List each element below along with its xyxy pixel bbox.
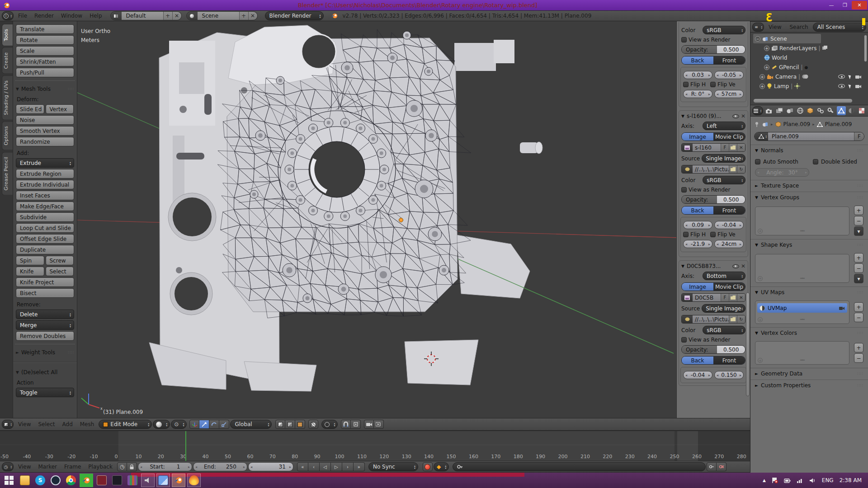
editor-type-3dview-icon[interactable]	[2, 420, 14, 429]
outliner-vertical-scrollbar[interactable]	[864, 35, 867, 62]
list-resize-grip[interactable]: ══	[800, 229, 804, 233]
scene-breadcrumb-icon[interactable]	[762, 122, 769, 127]
opacity-slider[interactable]: Opacity: 0.500	[681, 345, 745, 354]
image-browse-icon[interactable]	[682, 144, 693, 151]
double-sided-checkbox[interactable]	[813, 159, 818, 164]
vertex-groups-list[interactable]: + ══	[755, 206, 849, 235]
size-field[interactable]: 24cm	[714, 240, 744, 248]
collapse-icon[interactable]: −	[755, 36, 760, 42]
tab-render[interactable]	[764, 106, 774, 115]
pivot-center-select[interactable]: ⊙	[171, 420, 187, 429]
info-menu-window[interactable]: Window	[57, 11, 86, 21]
taskbar-winrar-icon[interactable]	[126, 474, 139, 487]
face-select-button[interactable]	[295, 420, 305, 429]
selectable-cursor-icon[interactable]	[848, 74, 852, 79]
play-reverse-button[interactable]: ◁	[320, 462, 331, 471]
current-frame-field[interactable]: 31	[248, 462, 293, 471]
uvmap-list-item[interactable]: UVMap	[757, 303, 847, 313]
opengl-render-still-icon[interactable]	[364, 420, 374, 429]
keying-set-select[interactable]: ◆	[434, 462, 449, 471]
tool-duplicate[interactable]: Duplicate	[16, 245, 74, 254]
color-space-select[interactable]: sRGB	[703, 326, 745, 334]
open-image-icon[interactable]	[729, 144, 737, 151]
flip-vertical-checkbox[interactable]	[710, 232, 716, 237]
object-breadcrumb-icon[interactable]	[775, 122, 781, 127]
outliner-row-world[interactable]: World	[753, 53, 868, 62]
add-layout-button[interactable]: +	[163, 12, 172, 20]
outliner-menu-search[interactable]: Search	[786, 22, 811, 32]
manipulator-axes-button[interactable]	[189, 420, 199, 429]
image-path-field[interactable]: //..\..\..\Pictu...	[693, 165, 729, 173]
back-toggle[interactable]: Back	[682, 357, 713, 364]
tool-select[interactable]: Select	[46, 267, 74, 276]
npanel-scrollbar[interactable]	[746, 292, 750, 396]
action-select[interactable]: Toggle	[16, 388, 74, 397]
tab-world[interactable]	[796, 106, 805, 115]
panel-expand-icon[interactable]: ▼	[681, 264, 684, 268]
tab-modifiers[interactable]	[826, 106, 835, 115]
delete-keyframe-icon[interactable]	[717, 462, 726, 471]
offset-x-field[interactable]: 0.03	[683, 71, 712, 79]
front-toggle[interactable]: Front	[713, 206, 745, 214]
tab-object[interactable]	[806, 106, 815, 115]
offset-y-field[interactable]: -0.05	[714, 71, 744, 79]
source-select[interactable]: Single Image	[702, 304, 745, 313]
front-toggle[interactable]: Front	[713, 56, 745, 64]
tool-knife-project[interactable]: Knife Project	[16, 277, 74, 287]
movie-clip-toggle[interactable]: Movie Clip	[713, 133, 745, 141]
tab-object-data[interactable]	[837, 106, 846, 115]
taskbar-app-doc-icon[interactable]	[156, 474, 170, 487]
add-vertex-color-button[interactable]: +	[854, 343, 863, 352]
timeline-canvas[interactable]: -50-40-30-20-100102030405060708090100110…	[0, 431, 750, 461]
outliner-filter-select[interactable]: All Scenes	[813, 23, 866, 32]
tool-spin[interactable]: Spin	[16, 256, 44, 265]
unlink-image-icon[interactable]: ✕	[737, 294, 745, 301]
tool-bisect[interactable]: Bisect	[16, 288, 74, 298]
jump-to-start-button[interactable]: «	[297, 462, 308, 471]
tool-push-pull[interactable]: Push/Pull	[16, 68, 74, 77]
shelf-tab-create[interactable]: Create	[2, 47, 13, 74]
normals-panel-header[interactable]: ▼ Normals ∷∷	[750, 145, 868, 155]
start-button[interactable]	[5, 476, 14, 485]
tool-offset-edge-slide[interactable]: Offset Edge Slide	[16, 234, 74, 244]
shape-keys-panel-header[interactable]: ▼ Shape Keys ∷∷	[750, 239, 868, 250]
tray-speaker-icon[interactable]	[809, 478, 816, 483]
active-keying-set-field[interactable]	[453, 462, 706, 471]
screen-layout-name[interactable]: Default	[122, 12, 163, 20]
vertex-groups-panel-header[interactable]: ▼ Vertex Groups ∷∷	[750, 192, 868, 202]
taskbar-app-maroon-icon[interactable]	[95, 474, 108, 487]
clock[interactable]: 2:38 AM	[840, 477, 862, 483]
timeline-menu-marker[interactable]: Marker	[34, 462, 60, 472]
outliner-row-camera[interactable]: + Camera |	[753, 72, 868, 81]
list-resize-grip[interactable]: ══	[800, 276, 804, 281]
minimize-button[interactable]: —	[825, 1, 838, 9]
editor-type-properties-icon[interactable]	[752, 106, 763, 115]
previous-keyframe-button[interactable]: ‹	[308, 462, 320, 471]
timeline-menu-view[interactable]: View	[14, 462, 34, 472]
mesh-data-breadcrumb-icon[interactable]	[817, 122, 823, 127]
viewport-menu-view[interactable]: View	[14, 419, 34, 429]
tray-network-icon[interactable]	[797, 478, 803, 483]
list-resize-grip[interactable]: ══	[800, 317, 804, 322]
image-path-field[interactable]: //..\..\..\Pictu...	[693, 315, 729, 323]
vertex-select-button[interactable]	[275, 420, 285, 429]
tool-translate[interactable]: Translate	[16, 24, 74, 34]
add-shape-key-button[interactable]: +	[854, 253, 863, 263]
tool-remove-doubles[interactable]: Remove Doubles	[16, 331, 74, 341]
taskbar-blender-active-icon[interactable]	[80, 474, 93, 487]
color-space-select[interactable]: sRGB	[703, 26, 745, 34]
remove-uv-map-button[interactable]: −	[854, 313, 863, 322]
image-toggle[interactable]: Image	[682, 283, 713, 291]
taskbar-app-speaker-icon[interactable]	[141, 474, 155, 487]
tool-make-edge-face[interactable]: Make Edge/Face	[16, 202, 74, 211]
info-menu-render[interactable]: Render	[31, 11, 57, 21]
geometry-data-panel-header[interactable]: ► Geometry Data ∷∷	[750, 368, 868, 379]
taskbar-blender-open-icon[interactable]	[172, 474, 185, 487]
viewport-menu-mesh[interactable]: Mesh	[76, 419, 98, 429]
browse-path-icon[interactable]	[729, 315, 737, 323]
timeline-current-frame-line[interactable]	[185, 431, 186, 461]
add-list-icon[interactable]: +	[758, 229, 763, 234]
close-button[interactable]: ✕	[852, 1, 867, 9]
auto-keyframe-button[interactable]	[423, 462, 433, 471]
axis-select[interactable]: Left	[703, 122, 745, 130]
